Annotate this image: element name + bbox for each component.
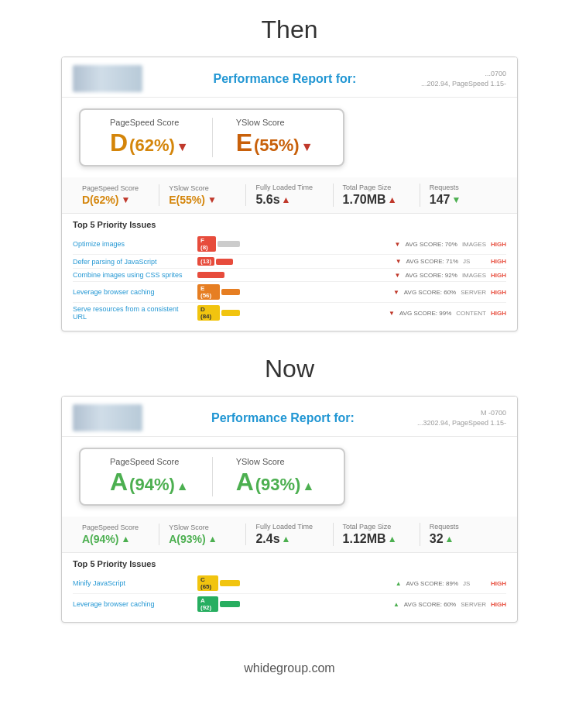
now-issue-bar-0: C (65) bbox=[197, 575, 240, 591]
then-issue-score-arrow-4: ▼ bbox=[389, 310, 395, 317]
now-pagespeed-pct: (94%) bbox=[129, 475, 175, 495]
then-issue-priority-0: HIGH bbox=[491, 241, 506, 248]
then-stat-requests-arrow: ▼ bbox=[452, 194, 461, 205]
then-issue-row: Serve resources from a consistent URL D … bbox=[73, 303, 506, 323]
now-stat-size: Total Page Size 1.12MB ▲ bbox=[334, 523, 420, 546]
then-yslow-pct: (55%) bbox=[254, 136, 300, 156]
then-score-bubble: PageSpeed Score D (62%) ▼ YSlow Score E … bbox=[79, 108, 344, 167]
then-stat-pagespeed: PageSpeed Score D(62%) ▼ bbox=[73, 184, 159, 206]
now-issue-badge-1: A (92) bbox=[197, 596, 218, 612]
now-issue-badge-0: C (65) bbox=[197, 575, 218, 591]
then-issue-type-0: IMAGES bbox=[462, 241, 486, 248]
now-issues-list: Minify JavaScript C (65) ▲ AVG SCORE: 89… bbox=[73, 573, 506, 614]
then-pagespeed-score: PageSpeed Score D (62%) ▼ bbox=[94, 118, 213, 157]
then-issue-avg-4: AVG SCORE: 99% bbox=[399, 310, 451, 317]
then-issues-section: Top 5 Priority Issues Optimize images F … bbox=[62, 214, 517, 331]
now-stat-pagespeed-arrow: ▲ bbox=[121, 534, 130, 544]
then-stat-size-value: 1.70MB bbox=[343, 193, 386, 207]
then-issue-avg-2: AVG SCORE: 92% bbox=[405, 272, 457, 279]
then-yslow-score: YSlow Score E (55%) ▼ bbox=[221, 118, 329, 157]
then-stats-row: PageSpeed Score D(62%) ▼ YSlow Score E(5… bbox=[62, 177, 517, 214]
now-report-title: Performance Report for: bbox=[149, 411, 417, 425]
then-issue-badge-3: E (56) bbox=[197, 284, 220, 300]
now-stat-yslow-value: A(93%) bbox=[169, 533, 205, 545]
now-issue-score-arrow-0: ▲ bbox=[396, 580, 402, 587]
then-issue-priority-3: HIGH bbox=[491, 289, 506, 296]
then-issue-stats-4: ▼ AVG SCORE: 99% CONTENT HIGH bbox=[245, 310, 506, 317]
now-site-thumbnail bbox=[73, 404, 142, 431]
now-stat-pagespeed: PageSpeed Score A(94%) ▲ bbox=[73, 524, 159, 545]
now-title: Now bbox=[265, 355, 314, 383]
then-stat-size: Total Page Size 1.70MB ▲ bbox=[334, 184, 420, 207]
now-issue-avg-1: AVG SCORE: 60% bbox=[404, 601, 456, 608]
now-issue-stats-1: ▲ AVG SCORE: 60% SERVER HIGH bbox=[245, 601, 506, 608]
then-issue-name-4[interactable]: Serve resources from a consistent URL bbox=[73, 305, 193, 321]
now-issue-name-0[interactable]: Minify JavaScript bbox=[73, 579, 193, 587]
now-stat-requests-arrow: ▲ bbox=[445, 534, 454, 544]
now-stat-requests-value: 32 bbox=[430, 532, 444, 546]
then-issue-type-1: JS bbox=[463, 258, 486, 265]
then-issue-type-2: IMAGES bbox=[462, 272, 486, 279]
then-issue-name-0[interactable]: Optimize images bbox=[73, 240, 193, 248]
now-issue-score-arrow-1: ▲ bbox=[393, 601, 399, 608]
now-issue-bar-1: A (92) bbox=[197, 596, 240, 612]
now-issue-type-0: JS bbox=[463, 580, 486, 587]
then-issue-name-1[interactable]: Defer parsing of JavaScript bbox=[73, 258, 193, 266]
then-stat-pagespeed-value: D(62%) bbox=[82, 194, 118, 206]
then-url-info: ...0700 ...202.94, PageSpeed 1.15- bbox=[421, 69, 506, 88]
then-stat-size-arrow: ▲ bbox=[388, 194, 397, 205]
then-issue-avg-1: AVG SCORE: 71% bbox=[406, 258, 458, 265]
then-issue-stats-2: ▼ AVG SCORE: 92% IMAGES HIGH bbox=[245, 272, 506, 279]
then-issue-name-3[interactable]: Leverage browser caching bbox=[73, 288, 193, 296]
then-report-title: Performance Report for: bbox=[149, 72, 421, 86]
then-issue-type-3: SERVER bbox=[461, 289, 486, 296]
now-report-header: Performance Report for: M -0700 ...3202.… bbox=[62, 397, 517, 437]
now-issues-section: Top 5 Priority Issues Minify JavaScript … bbox=[62, 553, 517, 622]
then-issue-bar-fill-1 bbox=[216, 259, 233, 265]
now-stat-size-arrow: ▲ bbox=[388, 534, 397, 544]
then-issue-bar-1: (13) bbox=[197, 257, 240, 266]
now-yslow-pct: (93%) bbox=[255, 475, 301, 495]
then-issue-bar-fill-4 bbox=[221, 310, 240, 316]
then-issues-list: Optimize images F (8) ▼ AVG SCORE: 70% I… bbox=[73, 234, 506, 323]
now-issue-name-1[interactable]: Leverage browser caching bbox=[73, 600, 193, 608]
then-report-card: Performance Report for: ...0700 ...202.9… bbox=[61, 57, 518, 331]
then-issue-type-4: CONTENT bbox=[456, 310, 486, 317]
then-issue-row: Defer parsing of JavaScript (13) ▼ AVG S… bbox=[73, 255, 506, 269]
then-issue-stats-3: ▼ AVG SCORE: 60% SERVER HIGH bbox=[245, 289, 506, 296]
then-issue-priority-1: HIGH bbox=[491, 258, 506, 265]
then-yslow-letter: E bbox=[236, 129, 252, 157]
then-issue-score-arrow-3: ▼ bbox=[393, 289, 399, 296]
then-issue-name-2[interactable]: Combine images using CSS sprites bbox=[73, 271, 193, 279]
now-issue-bar-fill-1 bbox=[220, 601, 240, 607]
then-issue-bar-2 bbox=[197, 272, 240, 278]
now-pagespeed-arrow: ▲ bbox=[176, 479, 189, 493]
then-issue-badge-0: F (8) bbox=[197, 236, 216, 252]
now-yslow-arrow: ▲ bbox=[302, 479, 314, 493]
then-issue-avg-0: AVG SCORE: 70% bbox=[405, 241, 457, 248]
then-pagespeed-letter: D bbox=[110, 129, 128, 157]
now-stat-yslow: YSlow Score A(93%) ▲ bbox=[159, 524, 246, 545]
now-stat-pagespeed-value: A(94%) bbox=[82, 533, 118, 545]
now-stat-time: Fully Loaded Time 2.4s ▲ bbox=[246, 523, 333, 546]
footer-text: whidegroup.com bbox=[244, 661, 334, 675]
now-stat-yslow-arrow: ▲ bbox=[208, 534, 218, 544]
then-issue-stats-0: ▼ AVG SCORE: 70% IMAGES HIGH bbox=[245, 241, 506, 248]
now-stat-requests: Requests 32 ▲ bbox=[420, 523, 506, 546]
then-stat-yslow-value: E(55%) bbox=[169, 194, 205, 206]
now-issue-priority-0: HIGH bbox=[491, 580, 506, 587]
then-stat-requests-value: 147 bbox=[430, 193, 451, 207]
then-issue-bar-4: D (84) bbox=[197, 305, 240, 321]
now-stat-size-value: 1.12MB bbox=[343, 532, 386, 546]
then-issue-score-arrow-1: ▼ bbox=[396, 258, 402, 265]
then-stat-yslow: YSlow Score E(55%) ▼ bbox=[159, 184, 246, 206]
now-yslow-letter: A bbox=[236, 468, 254, 496]
then-issue-score-arrow-2: ▼ bbox=[395, 272, 401, 279]
then-pagespeed-pct: (62%) bbox=[129, 136, 175, 156]
now-pagespeed-letter: A bbox=[110, 468, 128, 496]
then-issue-bar-fill-3 bbox=[221, 289, 240, 295]
then-stat-time: Fully Loaded Time 5.6s ▲ bbox=[246, 184, 333, 207]
then-issues-title: Top 5 Priority Issues bbox=[73, 220, 506, 229]
now-stats-row: PageSpeed Score A(94%) ▲ YSlow Score A(9… bbox=[62, 517, 517, 553]
then-site-thumbnail bbox=[73, 65, 142, 92]
